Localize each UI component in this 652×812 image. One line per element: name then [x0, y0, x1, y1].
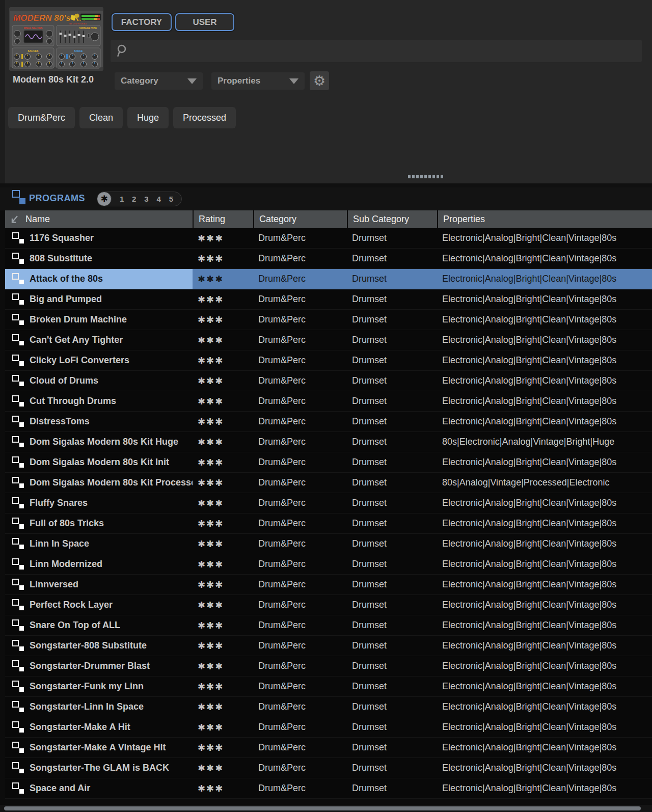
program-row[interactable]: Space and Air✱✱✱Drum&PercDrumsetElectron…	[5, 778, 652, 799]
panel-resize-handle[interactable]	[408, 175, 443, 178]
program-select-icon[interactable]	[12, 640, 25, 652]
rating-filter-number[interactable]: 3	[144, 195, 148, 203]
program-properties: Electronic|Analog|Bright|Clean|Vintage|8…	[437, 330, 652, 350]
program-select-icon[interactable]	[12, 232, 25, 245]
rating-filter-number[interactable]: 2	[132, 195, 136, 203]
program-row[interactable]: DistressToms✱✱✱Drum&PercDrumsetElectroni…	[5, 412, 652, 432]
outline-square-icon	[12, 599, 19, 606]
program-name: Songstarter-Make A Hit	[5, 717, 193, 737]
program-rating: ✱✱✱	[193, 493, 253, 513]
program-select-icon[interactable]	[12, 660, 25, 672]
plugin-name-label: Modern 80s Kit 2.0	[13, 74, 94, 85]
program-row[interactable]: Songstarter-Make A Hit✱✱✱Drum&PercDrumse…	[5, 717, 652, 738]
category-dropdown[interactable]: Category	[115, 72, 203, 90]
properties-dropdown[interactable]: Properties	[211, 72, 305, 90]
program-row[interactable]: Cloud of Drums✱✱✱Drum&PercDrumsetElectro…	[5, 371, 652, 391]
program-select-icon[interactable]	[12, 721, 25, 734]
program-select-icon[interactable]	[12, 273, 25, 285]
rating-filter-number[interactable]: 4	[156, 195, 160, 203]
program-properties: Electronic|Analog|Bright|Clean|Vintage|8…	[437, 513, 652, 533]
program-row[interactable]: Snare On Top of ALL✱✱✱Drum&PercDrumsetEl…	[5, 615, 652, 636]
program-select-icon[interactable]	[12, 375, 25, 387]
rating-filter: ✱ 12345	[97, 192, 182, 206]
outline-square-icon	[12, 538, 19, 545]
filter-chip[interactable]: Processed	[173, 107, 236, 128]
filter-chip[interactable]: Clean	[79, 107, 123, 128]
program-select-icon[interactable]	[12, 762, 25, 774]
program-row[interactable]: 808 Substitute✱✱✱Drum&PercDrumsetElectro…	[5, 249, 652, 269]
rating-filter-number[interactable]: 5	[169, 195, 173, 203]
search-box[interactable]	[111, 40, 642, 62]
program-select-icon[interactable]	[12, 477, 25, 489]
program-row[interactable]: Songstarter-Funk my Linn✱✱✱Drum&PercDrum…	[5, 676, 652, 697]
rating-filter-number[interactable]: 1	[120, 195, 124, 203]
program-row[interactable]: Can't Get Any Tighter✱✱✱Drum&PercDrumset…	[5, 330, 652, 350]
column-header-properties[interactable]: Properties	[437, 210, 652, 228]
program-select-icon[interactable]	[12, 742, 25, 754]
tab-user[interactable]: USER	[175, 13, 234, 31]
program-row[interactable]: Songstarter-808 Substitute✱✱✱Drum&PercDr…	[5, 636, 652, 656]
column-header-subcategory[interactable]: Sub Category	[347, 210, 437, 228]
program-row[interactable]: 1176 Squasher✱✱✱Drum&PercDrumsetElectron…	[5, 228, 652, 249]
filter-chip[interactable]: Drum&Perc	[8, 107, 75, 128]
program-select-icon[interactable]	[12, 355, 25, 367]
settings-gear-button[interactable]: ⚙	[310, 71, 329, 90]
program-select-icon[interactable]	[12, 497, 25, 509]
program-row[interactable]: Dom Sigalas Modern 80s Kit Huge✱✱✱Drum&P…	[5, 432, 652, 452]
program-row[interactable]: Fluffy Snares✱✱✱Drum&PercDrumsetElectron…	[5, 493, 652, 513]
program-select-icon[interactable]	[12, 579, 25, 591]
program-select-icon[interactable]	[12, 701, 25, 713]
program-row[interactable]: Big and Pumped✱✱✱Drum&PercDrumsetElectro…	[5, 289, 652, 310]
program-select-icon[interactable]	[12, 782, 25, 795]
programs-select-icon[interactable]	[12, 190, 26, 205]
rating-star-icon[interactable]: ✱	[97, 192, 112, 206]
program-row[interactable]: Broken Drum Machine✱✱✱Drum&PercDrumsetEl…	[5, 310, 652, 330]
program-select-icon[interactable]	[12, 395, 25, 408]
program-name: Songstarter-Make A Vintage Hit	[5, 738, 193, 757]
program-row[interactable]: Linnversed✱✱✱Drum&PercDrumsetElectronic|…	[5, 575, 652, 595]
program-row[interactable]: Linn In Space✱✱✱Drum&PercDrumsetElectron…	[5, 534, 652, 554]
program-row[interactable]: Songstarter-Drummer Blast✱✱✱Drum&PercDru…	[5, 656, 652, 676]
column-header-category[interactable]: Category	[253, 210, 347, 228]
program-select-icon[interactable]	[12, 314, 25, 326]
program-select-icon[interactable]	[12, 334, 25, 346]
column-header-name[interactable]: Name	[5, 210, 193, 228]
program-select-icon[interactable]	[12, 416, 25, 428]
program-select-icon[interactable]	[12, 538, 25, 550]
tab-factory[interactable]: FACTORY	[112, 13, 172, 31]
program-select-icon[interactable]	[12, 436, 25, 448]
programs-table: Name Rating Category Sub Category Proper…	[5, 210, 652, 799]
program-row[interactable]: Cut Through Drums✱✱✱Drum&PercDrumsetElec…	[5, 391, 652, 412]
program-row[interactable]: Dom Sigalas Modern 80s Kit Processed✱✱✱D…	[5, 473, 652, 493]
program-category: Drum&Perc	[253, 432, 347, 452]
program-name: Clicky LoFi Converters	[5, 350, 193, 370]
program-subcategory: Drumset	[347, 697, 437, 717]
filter-chip[interactable]: Huge	[127, 107, 169, 128]
program-row[interactable]: Clicky LoFi Converters✱✱✱Drum&PercDrumse…	[5, 350, 652, 371]
program-row[interactable]: Songstarter-The GLAM is BACK✱✱✱Drum&Perc…	[5, 758, 652, 778]
program-select-icon[interactable]	[12, 558, 25, 571]
program-row[interactable]: Linn Modernized✱✱✱Drum&PercDrumsetElectr…	[5, 554, 652, 575]
program-row[interactable]: Songstarter-Linn In Space✱✱✱Drum&PercDru…	[5, 697, 652, 717]
program-select-icon[interactable]	[12, 253, 25, 265]
column-header-rating[interactable]: Rating	[193, 210, 253, 228]
program-name: Dom Sigalas Modern 80s Kit Huge	[5, 432, 193, 452]
program-select-icon[interactable]	[12, 293, 25, 306]
program-row[interactable]: Full of 80s Tricks✱✱✱Drum&PercDrumsetEle…	[5, 513, 652, 534]
program-row[interactable]: Songstarter-Make A Vintage Hit✱✱✱Drum&Pe…	[5, 738, 652, 758]
program-subcategory: Drumset	[347, 391, 437, 411]
program-select-icon[interactable]	[12, 681, 25, 693]
rating-filter-numbers: 12345	[112, 195, 181, 203]
program-select-icon[interactable]	[12, 619, 25, 632]
program-row[interactable]: Attack of the 80s✱✱✱Drum&PercDrumsetElec…	[5, 269, 652, 289]
program-row[interactable]: Perfect Rock Layer✱✱✱Drum&PercDrumsetEle…	[5, 595, 652, 615]
horizontal-scrollbar-thumb[interactable]	[4, 806, 641, 810]
program-category: Drum&Perc	[253, 615, 347, 635]
search-input[interactable]	[134, 46, 642, 56]
program-select-icon[interactable]	[12, 599, 25, 611]
program-select-icon[interactable]	[12, 456, 25, 469]
program-row[interactable]: Dom Sigalas Modern 80s Kit Init✱✱✱Drum&P…	[5, 452, 652, 473]
program-select-icon[interactable]	[12, 518, 25, 530]
outline-square-icon	[12, 660, 19, 667]
program-properties: Electronic|Analog|Bright|Clean|Vintage|8…	[437, 697, 652, 717]
